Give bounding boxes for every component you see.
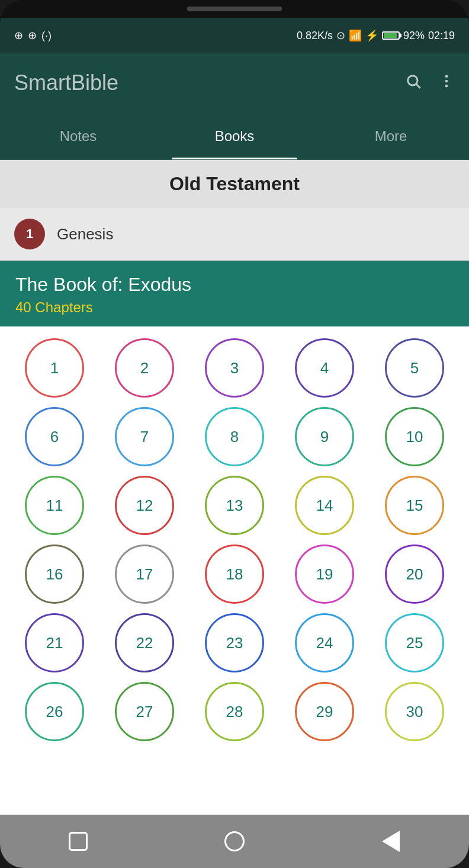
svg-point-4 bbox=[445, 84, 448, 87]
chapter-circle-3[interactable]: 3 bbox=[205, 338, 264, 398]
more-options-button[interactable] bbox=[438, 73, 455, 94]
chapter-circle-26[interactable]: 26 bbox=[25, 682, 84, 741]
chapters-grid: 1234567891011121314151617181920212223242… bbox=[0, 326, 469, 815]
status-bar: ⊕ ⊕ (·) 0.82K/s ⊙ 📶 ⚡ 92% 02:19 bbox=[0, 18, 469, 53]
chapter-circle-23[interactable]: 23 bbox=[205, 613, 264, 672]
svg-point-2 bbox=[445, 75, 448, 78]
chapter-circle-1[interactable]: 1 bbox=[25, 338, 84, 398]
chapter-circle-9[interactable]: 9 bbox=[295, 407, 354, 466]
back-button[interactable] bbox=[376, 827, 406, 856]
chapter-circle-28[interactable]: 28 bbox=[205, 682, 264, 741]
chapter-circle-13[interactable]: 13 bbox=[205, 476, 264, 535]
tab-books[interactable]: Books bbox=[156, 113, 313, 159]
chapter-circle-12[interactable]: 12 bbox=[115, 476, 174, 535]
chapter-row-6: 2627282930 bbox=[9, 682, 460, 741]
content-area: Old Testament 1 Genesis The Book of: Exo… bbox=[0, 160, 469, 815]
chapter-circle-30[interactable]: 30 bbox=[385, 682, 444, 741]
usb-icon: ⊕ bbox=[14, 29, 23, 42]
signal-bars: 📶 bbox=[349, 29, 362, 42]
triangle-icon bbox=[382, 831, 400, 852]
app-bar: SmartBible bbox=[0, 53, 469, 113]
chapter-circle-11[interactable]: 11 bbox=[25, 476, 84, 535]
exodus-header: The Book of: Exodus 40 Chapters bbox=[0, 261, 469, 326]
tab-notes[interactable]: Notes bbox=[0, 113, 156, 159]
battery-percent: 92% bbox=[403, 30, 425, 42]
chapter-circle-21[interactable]: 21 bbox=[25, 613, 84, 672]
wifi-icon: ⊕ bbox=[28, 29, 37, 42]
chapter-row-3: 1112131415 bbox=[9, 476, 460, 535]
genesis-row[interactable]: 1 Genesis bbox=[0, 208, 469, 261]
status-right-info: 0.82K/s ⊙ 📶 ⚡ 92% 02:19 bbox=[297, 29, 455, 42]
battery-indicator bbox=[382, 31, 400, 40]
wifi-indicator: ⊙ bbox=[336, 29, 345, 42]
tab-bar: Notes Books More bbox=[0, 113, 469, 160]
chapter-row-2: 678910 bbox=[9, 407, 460, 466]
top-notch bbox=[0, 0, 469, 18]
phone-frame: ⊕ ⊕ (·) 0.82K/s ⊙ 📶 ⚡ 92% 02:19 SmartBib… bbox=[0, 0, 469, 868]
chapter-circle-25[interactable]: 25 bbox=[385, 613, 444, 672]
home-button[interactable] bbox=[220, 827, 249, 856]
testament-title: Old Testament bbox=[169, 173, 300, 194]
svg-line-1 bbox=[416, 84, 420, 88]
chapter-circle-29[interactable]: 29 bbox=[295, 682, 354, 741]
testament-header: Old Testament bbox=[0, 160, 469, 208]
circle-icon bbox=[224, 831, 245, 851]
chapter-circle-5[interactable]: 5 bbox=[385, 338, 444, 398]
chapter-circle-22[interactable]: 22 bbox=[115, 613, 174, 672]
chapter-row-1: 12345 bbox=[9, 338, 460, 398]
exodus-chapters-count: 40 Chapters bbox=[15, 299, 454, 316]
clock: 02:19 bbox=[428, 30, 455, 42]
svg-point-3 bbox=[445, 79, 448, 82]
chapter-circle-10[interactable]: 10 bbox=[385, 407, 444, 466]
notch-indicator bbox=[187, 7, 282, 11]
chapter-circle-6[interactable]: 6 bbox=[25, 407, 84, 466]
signal-icon: (·) bbox=[41, 30, 52, 42]
genesis-badge: 1 bbox=[14, 219, 45, 249]
chapter-circle-20[interactable]: 20 bbox=[385, 544, 444, 604]
chapter-circle-15[interactable]: 15 bbox=[385, 476, 444, 535]
exodus-title: The Book of: Exodus bbox=[15, 274, 454, 296]
chapter-circle-2[interactable]: 2 bbox=[115, 338, 174, 398]
search-button[interactable] bbox=[405, 73, 422, 94]
chapter-circle-4[interactable]: 4 bbox=[295, 338, 354, 398]
square-icon bbox=[69, 832, 88, 851]
tab-more[interactable]: More bbox=[313, 113, 469, 159]
network-speed: 0.82K/s bbox=[297, 30, 333, 42]
app-bar-icons bbox=[405, 73, 455, 94]
chapter-circle-27[interactable]: 27 bbox=[115, 682, 174, 741]
chapter-circle-8[interactable]: 8 bbox=[205, 407, 264, 466]
genesis-label: Genesis bbox=[57, 225, 113, 244]
chapter-circle-24[interactable]: 24 bbox=[295, 613, 354, 672]
chapter-row-5: 2122232425 bbox=[9, 613, 460, 672]
chapter-circle-17[interactable]: 17 bbox=[115, 544, 174, 604]
status-left-icons: ⊕ ⊕ (·) bbox=[14, 29, 52, 42]
chapter-circle-7[interactable]: 7 bbox=[115, 407, 174, 466]
app-title: SmartBible bbox=[14, 71, 405, 95]
chapter-circle-14[interactable]: 14 bbox=[295, 476, 354, 535]
svg-point-0 bbox=[408, 75, 417, 85]
recent-apps-button[interactable] bbox=[63, 827, 93, 856]
chapter-circle-18[interactable]: 18 bbox=[205, 544, 264, 604]
chapter-circle-19[interactable]: 19 bbox=[295, 544, 354, 604]
chapter-circle-16[interactable]: 16 bbox=[25, 544, 84, 604]
nav-bar bbox=[0, 815, 469, 868]
chapter-row-4: 1617181920 bbox=[9, 544, 460, 604]
charging-icon: ⚡ bbox=[365, 29, 378, 42]
